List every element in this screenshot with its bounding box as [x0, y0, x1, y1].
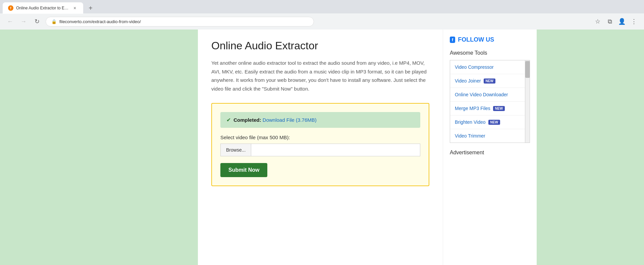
list-item[interactable]: Online Video Downloader — [450, 88, 525, 102]
facebook-icon: f — [450, 37, 455, 43]
forward-button[interactable]: → — [19, 17, 28, 26]
page-content: Online Audio Extractor Yet another onlin… — [0, 30, 644, 265]
file-name-display — [251, 144, 420, 156]
submit-button[interactable]: Submit Now — [220, 163, 267, 177]
completed-label: Completed: — [233, 117, 261, 123]
new-tab-button[interactable]: + — [86, 3, 95, 13]
active-tab[interactable]: f Online Audio Extractor to Extract × — [3, 2, 83, 14]
url-text: fileconverto.com/extract-audio-from-vide… — [59, 19, 308, 24]
browse-button[interactable]: Browse... — [220, 144, 251, 156]
url-bar[interactable]: 🔒 fileconverto.com/extract-audio-from-vi… — [46, 17, 314, 26]
tool-link[interactable]: Video Trimmer — [455, 133, 485, 139]
tool-link[interactable]: Brighten Video — [455, 119, 486, 125]
menu-icon[interactable]: ⋮ — [629, 17, 639, 26]
new-badge: NEW — [488, 120, 500, 125]
list-item[interactable]: Video Compressor — [450, 60, 525, 74]
tab-close-button[interactable]: × — [72, 5, 78, 11]
tab-favicon: f — [8, 5, 13, 11]
tool-link[interactable]: Online Video Downloader — [455, 92, 508, 97]
tab-title: Online Audio Extractor to Extract — [16, 6, 69, 10]
check-icon: ✔ — [226, 117, 231, 123]
toolbar-icons: ☆ ⧉ 👤 ⋮ — [593, 17, 639, 26]
main-layout: Online Audio Extractor Yet another onlin… — [107, 30, 537, 265]
tool-link[interactable]: Merge MP3 Files — [455, 106, 490, 111]
reload-button[interactable]: ↻ — [32, 17, 42, 26]
address-bar: ← → ↻ 🔒 fileconverto.com/extract-audio-f… — [0, 13, 644, 30]
file-input-row: Browse... — [220, 144, 420, 156]
left-sidebar — [107, 30, 198, 265]
status-completed: ✔ Completed: Download File (3.76MB) — [220, 112, 420, 128]
bookmark-star-icon[interactable]: ☆ — [593, 17, 602, 26]
list-item[interactable]: Merge MP3 FilesNEW — [450, 102, 525, 115]
tools-list: Video CompressorVideo JoinerNEWOnline Vi… — [450, 60, 525, 143]
lock-icon: 🔒 — [51, 19, 57, 24]
center-content: Online Audio Extractor Yet another onlin… — [198, 30, 443, 265]
tool-link[interactable]: Video Compressor — [455, 64, 494, 70]
tool-box: ✔ Completed: Download File (3.76MB) Sele… — [211, 103, 429, 186]
browser-chrome: f Online Audio Extractor to Extract × + … — [0, 0, 644, 30]
tab-bar: f Online Audio Extractor to Extract × + — [0, 0, 644, 13]
page-description: Yet another online audio extractor tool … — [211, 59, 429, 93]
new-badge: NEW — [484, 78, 495, 84]
download-link[interactable]: Download File (3.76MB) — [263, 117, 317, 123]
profile-icon[interactable]: 👤 — [617, 17, 627, 26]
tools-scrollbar-track[interactable] — [525, 60, 530, 143]
awesome-tools-title: Awesome Tools — [450, 50, 530, 56]
back-button[interactable]: ← — [5, 17, 15, 26]
list-item[interactable]: Brighten VideoNEW — [450, 115, 525, 129]
follow-us-section: f FOLLOW US — [450, 36, 530, 43]
tool-link[interactable]: Video Joiner — [455, 78, 481, 84]
follow-us-text: FOLLOW US — [458, 36, 494, 43]
advertisement-title: Advertisement — [450, 150, 530, 156]
list-item[interactable]: Video JoinerNEW — [450, 74, 525, 88]
file-select-label: Select video file (max 500 MB): — [220, 135, 420, 140]
page-title: Online Audio Extractor — [211, 40, 429, 52]
extensions-icon[interactable]: ⧉ — [605, 17, 614, 26]
new-badge: NEW — [493, 106, 505, 111]
tools-scroll-wrapper: Video CompressorVideo JoinerNEWOnline Vi… — [450, 60, 530, 143]
right-sidebar: f FOLLOW US Awesome Tools Video Compress… — [443, 30, 537, 265]
list-item[interactable]: Video Trimmer — [450, 129, 525, 143]
tools-scrollbar-thumb — [525, 61, 530, 78]
